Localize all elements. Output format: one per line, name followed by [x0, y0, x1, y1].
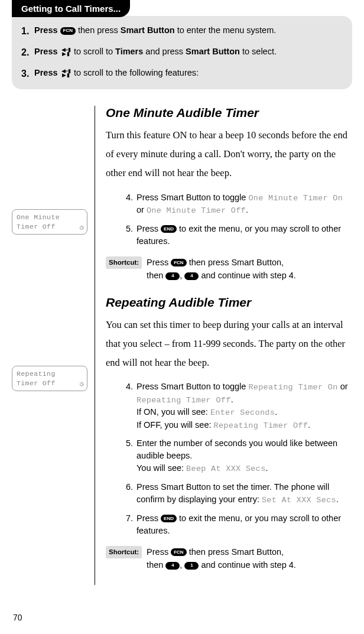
lcd-text: Beep At XXX Secs: [186, 464, 265, 473]
section-tab: Getting to Call Timers...: [12, 0, 130, 17]
text: .: [231, 395, 233, 404]
fcn-key-icon: FCN: [171, 548, 186, 556]
text: .: [246, 205, 248, 214]
item-number: 4.: [126, 191, 136, 217]
text: and continue with step 4.: [199, 271, 295, 280]
section-title-1: One Minute Audible Timer: [106, 106, 352, 120]
lcd-text: Repeating Timer Off: [214, 421, 308, 430]
step-number: 1.: [21, 24, 34, 38]
item-body: Press Smart Button to toggle Repeating T…: [136, 381, 352, 431]
clock-icon: ◷: [80, 223, 84, 232]
step-3: 3. Press ◀or▮▶ ▮ to scroll to the follow…: [21, 67, 343, 81]
end-key-icon: END: [161, 515, 177, 522]
item-body: Press END to exit the menu, or you may s…: [136, 512, 352, 537]
text: then: [147, 271, 165, 280]
shortcut-row: Shortcut: Press FCN then press Smart But…: [106, 256, 352, 282]
item-number: 5.: [126, 223, 136, 248]
intro-paragraph: You can set this timer to beep during yo…: [106, 316, 352, 373]
screen-line: One Minute: [17, 213, 83, 222]
text: Press Smart Button to toggle: [136, 193, 248, 202]
nav-arrows-icon: ◀or▮▶ ▮: [61, 69, 70, 77]
shortcut-row: Shortcut: Press FCN then press Smart But…: [106, 545, 352, 572]
list-item: 5. Enter the number of seconds you would…: [126, 437, 352, 475]
nav-arrows-icon: ◀or▮▶ ▮: [61, 48, 70, 56]
section-title-2: Repeating Audible Timer: [106, 295, 352, 310]
text: Press: [147, 258, 171, 267]
text: .: [275, 407, 277, 417]
phone-screen-1: One Minute Timer Off ◷: [12, 209, 87, 235]
lcd-text: Enter Seconds: [210, 408, 275, 417]
end-key-icon: END: [161, 225, 177, 233]
text: to select.: [240, 47, 277, 56]
text: or: [338, 382, 348, 391]
ordered-steps: 4. Press Smart Button to toggle One Minu…: [126, 191, 352, 248]
shortcut-text: Press FCN then press Smart Button, then …: [147, 256, 352, 282]
press-label: Press: [34, 47, 60, 56]
screen-line: Timer Off: [17, 379, 83, 388]
text: You will see:: [136, 463, 186, 473]
left-column: One Minute Timer Off ◷ Repeating Timer O…: [12, 106, 95, 585]
ordered-steps: 4. Press Smart Button to toggle Repeatin…: [126, 381, 352, 537]
text: Press: [136, 224, 161, 233]
text: Enter the number of seconds you would li…: [136, 438, 337, 460]
shortcut-badge: Shortcut:: [106, 256, 142, 269]
lcd-text: Set At XXX Secs: [262, 496, 336, 505]
text: Press Smart Button to toggle: [136, 382, 248, 391]
press-label: Press: [34, 25, 60, 35]
right-column: One Minute Audible Timer Turn this featu…: [95, 106, 352, 585]
lcd-text: One Minute Timer Off: [147, 206, 246, 215]
text: and press: [143, 47, 186, 56]
item-body: Enter the number of seconds you would li…: [136, 437, 352, 475]
step-number: 3.: [21, 67, 34, 81]
step-text: Press FCN then press Smart Button to ent…: [34, 24, 343, 37]
page-number: 70: [13, 613, 22, 622]
text: to scroll to the following features:: [72, 68, 199, 77]
text: ,: [180, 271, 184, 280]
clock-icon: ◷: [80, 380, 84, 389]
list-item: 6. Press Smart Button to set the timer. …: [126, 481, 352, 506]
text: If OFF, you will see:: [136, 420, 214, 430]
text: or: [136, 205, 147, 214]
text: .: [336, 495, 339, 504]
text: then press Smart Button,: [187, 547, 284, 557]
item-number: 6.: [126, 481, 136, 506]
screen-line: Repeating: [17, 369, 83, 379]
digit-key-icon: 4: [165, 272, 180, 280]
fcn-key-icon: FCN: [60, 27, 76, 35]
step-text: Press ◀or▮▶ ▮ to scroll to the following…: [34, 67, 343, 80]
shortcut-text: Press FCN then press Smart Button, then …: [147, 545, 352, 572]
smart-button-label: Smart Button: [186, 47, 240, 56]
intro-paragraph: Turn this feature ON to hear a beep 10 s…: [106, 126, 352, 183]
digit-key-icon: 1: [184, 562, 199, 570]
fcn-key-icon: FCN: [171, 259, 186, 266]
text: to enter the menu system.: [175, 25, 277, 35]
step-2: 2. Press ◀or▮▶ ▮ to scroll to Timers and…: [21, 45, 343, 60]
text: .: [308, 420, 310, 430]
lcd-text: Repeating Timer On: [248, 383, 337, 392]
item-number: 7.: [126, 512, 136, 537]
text: then press: [76, 25, 121, 35]
screen-line: Timer Off: [17, 222, 83, 232]
step-text: Press ◀or▮▶ ▮ to scroll to Timers and pr…: [34, 45, 343, 58]
main-content: One Minute Timer Off ◷ Repeating Timer O…: [12, 106, 352, 585]
shortcut-badge: Shortcut:: [106, 546, 142, 559]
text: If ON, you will see:: [136, 407, 210, 417]
item-body: Press Smart Button to set the timer. The…: [136, 481, 352, 506]
timers-label: Timers: [115, 47, 143, 56]
list-item: 5. Press END to exit the menu, or you ma…: [126, 223, 352, 248]
smart-button-label: Smart Button: [121, 25, 175, 35]
text: .: [266, 463, 268, 473]
item-number: 5.: [126, 437, 136, 475]
list-item: 7. Press END to exit the menu, or you ma…: [126, 512, 352, 537]
text: then press Smart Button,: [187, 258, 284, 267]
lcd-text: Repeating Timer Off: [136, 396, 231, 405]
text: then: [147, 560, 165, 570]
digit-key-icon: 4: [184, 272, 199, 280]
list-item: 4. Press Smart Button to toggle Repeatin…: [126, 381, 352, 431]
text: Press: [136, 513, 161, 523]
item-number: 4.: [126, 381, 136, 431]
step-1: 1. Press FCN then press Smart Button to …: [21, 24, 343, 38]
text: Press: [147, 547, 171, 557]
step-number: 2.: [21, 45, 34, 60]
item-body: Press END to exit the menu, or you may s…: [136, 223, 352, 248]
